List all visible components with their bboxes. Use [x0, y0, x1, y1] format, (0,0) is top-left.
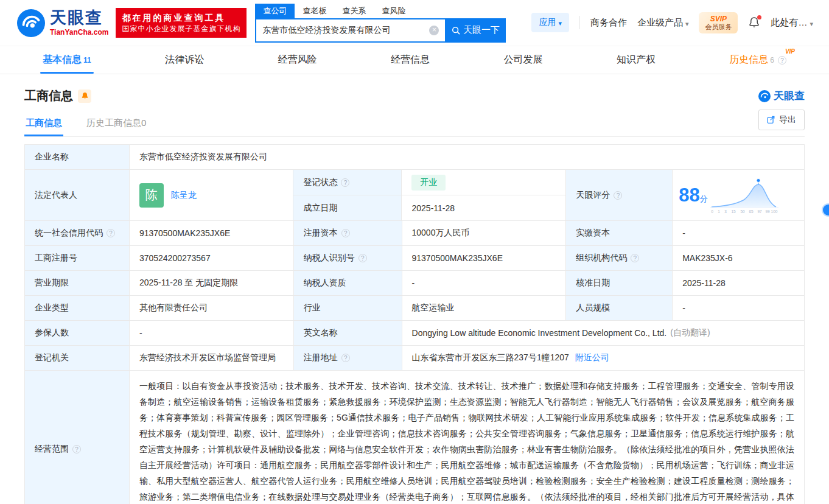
help-icon[interactable] — [341, 178, 349, 187]
tab-operating-info[interactable]: 经营信息 — [386, 46, 435, 74]
english-name-text: Dongying Low altitude Economic Investmen… — [412, 328, 667, 338]
label-text: 统一社会信用代码 — [35, 228, 103, 239]
subtab-bar: 工商信息 历史工商信息0 导出 — [24, 114, 805, 137]
slogan-line2: 国家中小企业发展子基金旗下机构 — [122, 24, 240, 33]
logo-text: 天眼查 TianYanCha.com — [50, 10, 108, 37]
field-value-english-name: Dongying Low altitude Economic Investmen… — [402, 321, 805, 346]
help-icon[interactable] — [359, 254, 367, 262]
export-icon — [767, 116, 775, 124]
tab-count: 6 — [770, 56, 774, 65]
field-label-company-type: 企业类型 — [25, 296, 130, 321]
legal-rep-avatar[interactable]: 陈 — [139, 183, 164, 208]
search-input[interactable] — [256, 26, 423, 35]
field-value-company-type: 其他有限责任公司 — [130, 296, 294, 321]
field-value-score: 88分 0 1 3 — [673, 170, 805, 221]
main-content: 工商信息 天眼查 工商信息 历史工商信息0 导出 — [0, 88, 829, 504]
field-value-establish-date: 2025-11-28 — [402, 195, 566, 221]
help-icon[interactable] — [778, 56, 786, 65]
field-value-credit-code: 91370500MAK235JX6E — [130, 221, 294, 246]
table-row: 工商注册号 370524200273567 纳税人识别号 91370500MAK… — [25, 246, 805, 271]
tab-legal-proceedings[interactable]: 法律诉讼 — [160, 46, 209, 74]
export-button[interactable]: 导出 — [758, 110, 805, 130]
tab-operating-risk[interactable]: 经营风险 — [273, 46, 322, 74]
nearby-companies-link[interactable]: 附近公司 — [575, 352, 609, 363]
chevron-down-icon — [810, 18, 813, 28]
user-menu-label: 此处有… — [771, 17, 807, 29]
field-label-taxpayer-id: 纳税人识别号 — [294, 246, 402, 271]
search-tabs: 查公司 查老板 查关系 查风险 — [255, 4, 506, 18]
address-text: 山东省东营市开发区东三路237号1幢1207 — [412, 352, 569, 363]
business-cooperation-link[interactable]: 商务合作 — [590, 17, 627, 29]
field-value-taxpayer-quality: - — [402, 271, 567, 296]
main-tabbar: 基本信息11 法律诉讼 经营风险 经营信息 公司发展 知识产权 VIP 历史信息… — [0, 46, 829, 74]
table-row: 企业名称 东营市低空经济投资发展有限公司 — [25, 145, 805, 170]
svg-text:1: 1 — [718, 209, 720, 214]
svip-member-button[interactable]: SVIP 会员服务 — [699, 12, 738, 34]
tab-count: 11 — [83, 56, 91, 65]
field-label-staff-size: 人员规模 — [566, 296, 673, 321]
search-tab-company[interactable]: 查公司 — [255, 4, 295, 18]
apps-button[interactable]: 应用 — [531, 13, 569, 32]
field-label-approval-date: 核准日期 — [566, 271, 673, 296]
score-number: 88 — [679, 184, 699, 206]
search-button[interactable]: 天眼一下 — [445, 18, 506, 43]
enterprise-products-link[interactable]: 企业级产品 — [637, 17, 689, 29]
search-tab-boss[interactable]: 查老板 — [295, 4, 334, 18]
help-icon[interactable] — [614, 191, 622, 200]
tab-label: 经营风险 — [278, 54, 317, 66]
section-title: 工商信息 — [24, 88, 73, 104]
search-tab-relation[interactable]: 查关系 — [334, 4, 374, 18]
export-label: 导出 — [779, 114, 796, 125]
label-text: 登记状态 — [303, 177, 337, 188]
tab-company-development[interactable]: 公司发展 — [498, 46, 547, 74]
field-label-business-term: 营业期限 — [25, 271, 130, 296]
floating-widget[interactable] — [822, 203, 829, 217]
help-icon[interactable] — [341, 229, 350, 237]
field-value-taxpayer-id: 91370500MAK235JX6E — [402, 246, 567, 271]
top-nav: 应用 商务合作 企业级产品 SVIP 会员服务 此处有… — [531, 12, 813, 34]
table-row: 登记机关 东营经济技术开发区市场监督管理局 注册地址 山东省东营市开发区东三路2… — [25, 346, 805, 371]
tianyancha-logo[interactable]: 天眼查 TianYanCha.com — [17, 9, 108, 37]
user-menu[interactable]: 此处有… — [771, 17, 813, 29]
search-box: 天眼一下 — [255, 18, 506, 43]
label-text: 天眼评分 — [576, 190, 610, 201]
field-value-address: 山东省东营市开发区东三路237号1幢1207 附近公司 — [402, 346, 805, 371]
svg-text:0: 0 — [711, 209, 713, 214]
nested-cells: 登记状态 开业 成立日期 2025-11-28 — [293, 170, 566, 221]
chevron-down-icon — [558, 18, 562, 27]
tab-history-info[interactable]: VIP 历史信息6 — [724, 46, 791, 74]
tab-label: 公司发展 — [503, 54, 542, 66]
svg-text:15: 15 — [731, 209, 736, 214]
tianyancha-watermark: 天眼查 — [758, 89, 805, 103]
search-area: 查公司 查老板 查关系 查风险 天眼一下 — [255, 4, 506, 43]
business-cooperation-label: 商务合作 — [590, 17, 627, 29]
search-tab-risk[interactable]: 查风险 — [374, 4, 413, 18]
search-button-label: 天眼一下 — [463, 24, 500, 36]
field-value-staff-size: - — [673, 296, 805, 321]
notifications-button[interactable] — [748, 16, 760, 29]
table-row: 参保人数 - 英文名称 Dongying Low altitude Econom… — [25, 321, 805, 346]
legal-rep-link[interactable]: 陈呈龙 — [171, 190, 197, 201]
tianyancha-logo-icon — [758, 90, 771, 102]
field-value-insured: - — [130, 321, 294, 346]
help-icon[interactable] — [341, 354, 350, 362]
svip-sublabel: 会员服务 — [705, 23, 732, 31]
subscribe-bell-button[interactable] — [78, 89, 91, 103]
tab-basic-info[interactable]: 基本信息11 — [38, 46, 96, 74]
search-icon — [452, 26, 460, 35]
field-label-scope: 经营范围 — [25, 371, 130, 504]
vip-badge: VIP — [785, 48, 795, 55]
apps-label: 应用 — [539, 17, 556, 28]
clear-icon[interactable] — [429, 26, 439, 35]
subtab-business-info[interactable]: 工商信息 — [24, 114, 63, 136]
field-value-industry: 航空运输业 — [402, 296, 567, 321]
help-icon[interactable] — [72, 445, 81, 453]
tab-intellectual-property[interactable]: 知识产权 — [612, 46, 660, 74]
chevron-down-icon — [685, 18, 689, 28]
watermark-text: 天眼查 — [774, 89, 805, 103]
help-icon[interactable] — [631, 254, 639, 262]
help-icon[interactable] — [107, 229, 115, 237]
tab-label: 基本信息 — [43, 54, 82, 66]
subtab-history-business-info[interactable]: 历史工商信息0 — [85, 114, 147, 136]
svg-text:65: 65 — [749, 209, 754, 214]
